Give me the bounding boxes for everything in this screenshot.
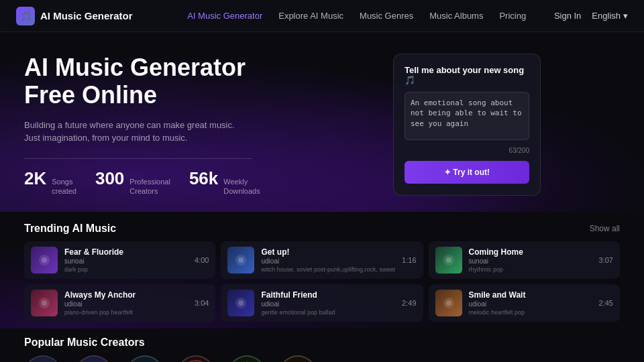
logo-title: AI Music Generator — [40, 10, 133, 21]
track-artist: udioai — [469, 300, 592, 308]
track-info: Always My Anchor udioai piano-driven pop… — [64, 290, 188, 316]
track-info: Coming Home sunoai rhythmic pop — [469, 247, 592, 273]
track-genre: piano-driven pop heartfelt — [64, 309, 188, 316]
nav-link-genres[interactable]: Music Genres — [360, 11, 413, 21]
creator-item[interactable]: _water — [279, 355, 317, 362]
hero-heading: AI Music Generator Free Online — [24, 54, 373, 109]
navbar: 🎵 AI Music Generator AI Music Generator … — [0, 0, 644, 32]
track-duration: 2:49 — [402, 299, 416, 307]
track-info: Get up! udioai witch house, soviet post-… — [261, 247, 395, 273]
track-card[interactable]: Coming Home sunoai rhythmic pop 3:07 — [429, 241, 620, 279]
creators-section: Popular Music Creators _water _water AI … — [0, 328, 644, 362]
track-genre: witch house, soviet post-punk,uplifting,… — [261, 266, 395, 273]
track-card[interactable]: Fear & Fluoride sunoai dark pop 4:00 — [24, 241, 215, 279]
stat-songs: 2K Songscreated — [24, 168, 76, 196]
trending-grid: Fear & Fluoride sunoai dark pop 4:00 Get… — [24, 241, 620, 322]
track-info: Fear & Fluoride sunoai dark pop — [64, 247, 188, 273]
track-info: Faithful Friend udioai gentle emotional … — [261, 290, 395, 316]
svg-point-11 — [42, 300, 47, 306]
hero-left: AI Music Generator Free Online Building … — [24, 54, 373, 196]
creator-avatar — [177, 355, 215, 362]
track-name: Fear & Fluoride — [64, 247, 188, 257]
track-artist: sunoai — [469, 257, 592, 265]
creator-avatar — [228, 355, 266, 362]
track-card[interactable]: Get up! udioai witch house, soviet post-… — [221, 241, 423, 279]
track-name: Smile and Wait — [469, 290, 592, 300]
track-duration: 3:04 — [195, 299, 209, 307]
song-prompt-input[interactable]: An emotional song about not being able t… — [405, 92, 529, 140]
track-thumbnail — [227, 290, 254, 316]
nav-links: AI Music Generator Explore AI Music Musi… — [160, 11, 554, 21]
trending-section: Trending AI Music Show all Fear & Fluori… — [0, 212, 644, 328]
nav-link-ai-music-generator[interactable]: AI Music Generator — [187, 11, 262, 21]
track-thumbnail — [435, 247, 462, 274]
creator-item[interactable]: _water — [24, 355, 62, 362]
creator-avatar — [279, 355, 317, 362]
svg-point-18 — [25, 357, 60, 362]
nav-right: Sign In English ▾ — [554, 11, 628, 21]
track-artist: udioai — [261, 300, 395, 308]
creator-item[interactable]: _water — [75, 355, 113, 362]
svg-point-37 — [280, 357, 315, 362]
hero-section: AI Music Generator Free Online Building … — [0, 32, 644, 212]
svg-point-17 — [446, 300, 451, 306]
track-card[interactable]: Always My Anchor udioai piano-driven pop… — [24, 284, 215, 322]
chevron-down-icon: ▾ — [623, 11, 628, 21]
nav-link-pricing[interactable]: Pricing — [499, 11, 526, 21]
card-title: Tell me about your new song 🎵 — [405, 65, 529, 85]
track-genre: rhythmic pop — [469, 266, 592, 273]
creators-row: _water _water AI _water _water _water _w… — [24, 355, 620, 362]
creator-avatar — [75, 355, 113, 362]
svg-point-8 — [446, 257, 451, 263]
track-name: Get up! — [261, 247, 395, 257]
sign-in-button[interactable]: Sign In — [554, 11, 581, 21]
track-name: Always My Anchor — [64, 290, 188, 300]
track-artist: udioai — [64, 300, 188, 308]
track-name: Faithful Friend — [261, 290, 395, 300]
nav-link-explore[interactable]: Explore AI Music — [278, 11, 343, 21]
hero-subtext: Building a future where anyone can make … — [24, 119, 252, 145]
track-genre: melodic heartfelt pop — [469, 309, 592, 316]
track-name: Coming Home — [469, 247, 592, 257]
stats-row: 2K Songscreated 300 ProfessionalCreators… — [24, 168, 373, 196]
creator-avatar — [24, 355, 62, 362]
track-artist: sunoai — [64, 257, 188, 265]
stat-downloads: 56k WeeklyDownloads — [189, 168, 260, 196]
creator-item[interactable]: _water — [228, 355, 266, 362]
stat-creators: 300 ProfessionalCreators — [95, 168, 170, 196]
trending-header: Trending AI Music Show all — [24, 223, 620, 235]
track-duration: 2:45 — [599, 299, 613, 307]
svg-point-21 — [76, 357, 111, 362]
svg-point-5 — [238, 257, 244, 263]
nav-link-albums[interactable]: Music Albums — [429, 11, 483, 21]
logo-icon: 🎵 — [16, 7, 35, 25]
track-thumbnail — [227, 247, 254, 274]
track-artist: udioai — [261, 257, 395, 265]
char-counter: 63/200 — [405, 147, 529, 154]
track-duration: 4:00 — [195, 256, 209, 264]
track-duration: 1:16 — [402, 256, 416, 264]
svg-point-34 — [229, 357, 264, 362]
svg-point-14 — [238, 300, 244, 306]
track-genre: dark pop — [64, 266, 188, 273]
track-card[interactable]: Smile and Wait udioai melodic heartfelt … — [429, 284, 620, 322]
creators-title: Popular Music Creators — [24, 337, 620, 349]
logo[interactable]: 🎵 AI Music Generator — [16, 7, 133, 25]
track-info: Smile and Wait udioai melodic heartfelt … — [469, 290, 592, 316]
track-card[interactable]: Faithful Friend udioai gentle emotional … — [221, 284, 423, 322]
svg-point-28 — [127, 357, 162, 362]
language-selector[interactable]: English ▾ — [592, 11, 628, 21]
song-prompt-card: Tell me about your new song 🎵 An emotion… — [393, 54, 541, 196]
creator-item[interactable]: _water — [177, 355, 215, 362]
try-it-button[interactable]: ✦ Try it out! — [405, 161, 529, 184]
track-thumbnail — [435, 290, 462, 316]
creator-item[interactable]: AI _water — [126, 355, 164, 362]
show-all-button[interactable]: Show all — [590, 224, 620, 233]
track-genre: gentle emotional pop ballad — [261, 309, 395, 316]
svg-point-2 — [42, 257, 47, 263]
track-thumbnail — [31, 247, 58, 274]
trending-title: Trending AI Music — [24, 223, 116, 235]
hero-divider — [24, 158, 252, 159]
track-thumbnail — [31, 290, 58, 316]
track-duration: 3:07 — [599, 256, 613, 264]
